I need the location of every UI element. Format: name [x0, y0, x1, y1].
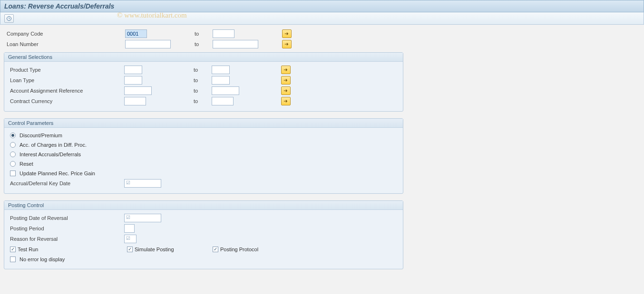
- label-product-type: Product Type: [7, 67, 124, 73]
- to-label: to: [193, 31, 213, 37]
- company-code-multi-select-button[interactable]: [282, 29, 292, 38]
- row-loan-number: Loan Number to: [4, 39, 640, 49]
- content-area: Company Code to Loan Number to General S…: [0, 25, 644, 273]
- legend-control: Control Parameters: [4, 119, 403, 128]
- arrow-right-icon: [284, 42, 290, 47]
- label-test-run: Test Run: [18, 247, 38, 252]
- company-code-from-input[interactable]: [125, 29, 147, 38]
- group-posting-control: Posting Control Posting Date of Reversal…: [4, 200, 403, 269]
- loan-type-to-input[interactable]: [212, 76, 230, 85]
- label-no-error-log: No error log display: [20, 256, 65, 262]
- checkbox-update-planned[interactable]: [10, 171, 16, 176]
- company-code-to-input[interactable]: [213, 29, 234, 38]
- to-label: to: [192, 67, 212, 73]
- reason-reversal-input[interactable]: [124, 235, 137, 243]
- radio-interest-accruals[interactable]: [10, 152, 16, 157]
- group-control-parameters: Control Parameters Discount/Premium Acc.…: [4, 118, 403, 194]
- label-posting-period: Posting Period: [7, 226, 124, 231]
- arrow-right-icon: [283, 78, 289, 83]
- arrow-right-icon: [284, 31, 290, 36]
- arrow-right-icon: [283, 99, 289, 104]
- page-title: Loans: Reverse Accruals/Deferrals: [4, 2, 114, 10]
- product-type-to-input[interactable]: [212, 66, 230, 74]
- to-label: to: [192, 77, 212, 83]
- product-type-from-input[interactable]: [124, 66, 142, 74]
- watermark: © www.tutorialkart.com: [117, 11, 187, 19]
- label-radio-discount: Discount/Premium: [20, 133, 62, 138]
- label-loan-number: Loan Number: [4, 41, 125, 47]
- title-bar: Loans: Reverse Accruals/Deferrals: [0, 0, 644, 12]
- legend-general: General Selections: [4, 53, 403, 62]
- label-posting-protocol: Posting Protocol: [220, 247, 258, 252]
- loan-number-multi-select-button[interactable]: [282, 40, 292, 48]
- contract-currency-multi-select-button[interactable]: [281, 97, 291, 105]
- label-reason-reversal: Reason for Reversal: [7, 236, 124, 242]
- label-update-planned: Update Planned Rec. Price Gain: [20, 171, 95, 176]
- label-radio-acc: Acc. of Charges in Diff. Proc.: [20, 142, 87, 148]
- checkbox-no-error-log[interactable]: [10, 256, 16, 262]
- label-aa-reference: Account Assignment Reference: [7, 88, 124, 94]
- contract-currency-from-input[interactable]: [124, 97, 146, 105]
- aa-reference-from-input[interactable]: [124, 86, 152, 95]
- radio-acc-charges[interactable]: [10, 142, 16, 148]
- loan-number-to-input[interactable]: [213, 40, 258, 48]
- keydate-input[interactable]: [124, 179, 161, 188]
- checkbox-simulate-posting[interactable]: [127, 247, 133, 252]
- label-radio-reset: Reset: [20, 161, 33, 167]
- to-label: to: [192, 88, 212, 94]
- loan-type-multi-select-button[interactable]: [281, 76, 291, 85]
- checkbox-posting-protocol[interactable]: [213, 247, 218, 252]
- loan-type-from-input[interactable]: [124, 76, 142, 85]
- group-general-selections: General Selections Product Type to Loan …: [4, 52, 403, 112]
- label-contract-currency: Contract Currency: [7, 98, 124, 104]
- product-type-multi-select-button[interactable]: [281, 66, 291, 74]
- checkbox-test-run[interactable]: [10, 247, 16, 252]
- arrow-right-icon: [283, 67, 289, 72]
- to-label: to: [192, 98, 212, 104]
- clock-execute-icon: [6, 16, 12, 21]
- radio-discount-premium[interactable]: [10, 133, 16, 138]
- loan-number-from-input[interactable]: [125, 40, 171, 48]
- aa-reference-to-input[interactable]: [212, 86, 239, 95]
- label-posting-date-reversal: Posting Date of Reversal: [7, 215, 124, 221]
- to-label: to: [193, 41, 213, 47]
- arrow-right-icon: [283, 88, 289, 93]
- toolbar: © www.tutorialkart.com: [0, 12, 644, 25]
- legend-posting: Posting Control: [4, 201, 403, 210]
- label-company-code: Company Code: [4, 31, 125, 37]
- label-loan-type: Loan Type: [7, 77, 124, 83]
- row-company-code: Company Code to: [4, 28, 640, 39]
- contract-currency-to-input[interactable]: [212, 97, 234, 105]
- label-radio-interest: Interest Accruals/Deferrals: [20, 152, 81, 157]
- posting-period-input[interactable]: [124, 224, 135, 233]
- label-keydate: Accrual/Deferral Key Date: [7, 180, 124, 186]
- posting-date-reversal-input[interactable]: [124, 214, 161, 222]
- radio-reset[interactable]: [10, 161, 16, 167]
- execute-button[interactable]: [4, 14, 14, 23]
- aa-reference-multi-select-button[interactable]: [281, 86, 291, 95]
- label-simulate-posting: Simulate Posting: [135, 247, 174, 252]
